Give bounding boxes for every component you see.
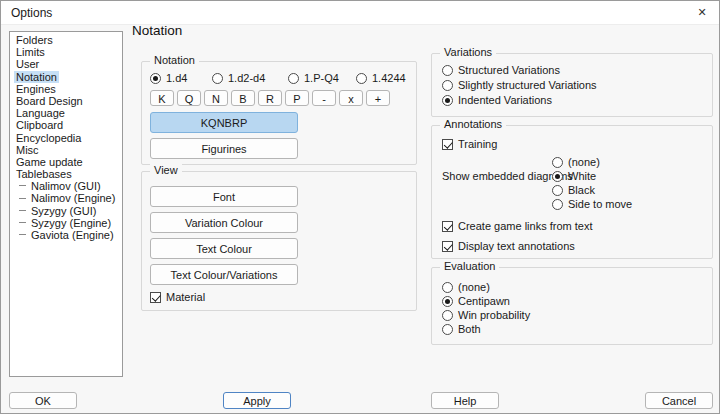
category-list[interactable]: Folders Limits User Notation Engines Boa… — [9, 31, 123, 377]
checkbox-icon[interactable] — [442, 221, 453, 232]
sidebar-item-tablebases[interactable]: Tablebases — [10, 168, 122, 180]
radio-icon[interactable] — [442, 80, 453, 91]
tree-line — [19, 210, 26, 211]
radio-icon[interactable] — [442, 282, 453, 293]
apply-button[interactable]: Apply — [223, 392, 291, 409]
cancel-button[interactable]: Cancel — [645, 392, 713, 409]
font-button[interactable]: Font — [150, 186, 298, 207]
radio-icon[interactable] — [288, 73, 299, 84]
window-title: Options — [1, 6, 52, 20]
radio-label: 1.P-Q4 — [304, 72, 339, 84]
pawn-letter-button[interactable]: P — [285, 90, 309, 106]
queen-letter-button[interactable]: Q — [177, 90, 201, 106]
help-button[interactable]: Help — [431, 392, 499, 409]
radio-notation-coordinates[interactable]: 1.4244 — [356, 72, 406, 84]
checkbox-icon[interactable] — [150, 292, 161, 303]
radio-label: Slightly structured Variations — [458, 79, 597, 91]
radio-diagram-black[interactable]: Black — [552, 184, 595, 196]
figurines-button[interactable]: Figurines — [150, 138, 298, 159]
capture-symbol-button[interactable]: x — [339, 90, 363, 106]
check-symbol-button[interactable]: + — [366, 90, 390, 106]
sidebar-item-label: Game update — [14, 156, 85, 168]
radio-icon[interactable] — [212, 73, 223, 84]
group-title: Annotations — [440, 118, 506, 130]
radio-diagram-white[interactable]: White — [552, 170, 596, 182]
radio-icon[interactable] — [552, 185, 563, 196]
sidebar-item-engines[interactable]: Engines — [10, 83, 122, 95]
sidebar-item-clipboard[interactable]: Clipboard — [10, 119, 122, 131]
radio-notation-short[interactable]: 1.d4 — [150, 72, 187, 84]
radio-indented-variations[interactable]: Indented Variations — [442, 94, 552, 106]
display-text-annotations-checkbox[interactable]: Display text annotations — [442, 240, 575, 252]
sidebar-item-folders[interactable]: Folders — [10, 34, 122, 46]
radio-icon[interactable] — [442, 310, 453, 321]
checkbox-icon[interactable] — [442, 139, 453, 150]
radio-icon[interactable] — [442, 296, 453, 307]
radio-icon[interactable] — [552, 157, 563, 168]
tree-line — [19, 222, 26, 223]
group-title: Variations — [440, 46, 496, 58]
figurine-set-button[interactable]: KQNBRP — [150, 112, 298, 133]
sidebar-item-gaviota-engine[interactable]: Gaviota (Engine) — [10, 229, 122, 241]
radio-label: 1.d2-d4 — [228, 72, 265, 84]
sidebar-item-encyclopedia[interactable]: Encyclopedia — [10, 132, 122, 144]
ok-button[interactable]: OK — [9, 392, 77, 409]
group-title: Evaluation — [440, 260, 499, 272]
sidebar-item-limits[interactable]: Limits — [10, 46, 122, 58]
radio-eval-both[interactable]: Both — [442, 323, 481, 335]
radio-icon[interactable] — [442, 324, 453, 335]
knight-letter-button[interactable]: N — [204, 90, 228, 106]
radio-slightly-structured-variations[interactable]: Slightly structured Variations — [442, 79, 597, 91]
sidebar-item-label: Engines — [14, 83, 58, 95]
radio-diagram-side-to-move[interactable]: Side to move — [552, 198, 632, 210]
create-game-links-checkbox[interactable]: Create game links from text — [442, 220, 593, 232]
radio-eval-centipawn[interactable]: Centipawn — [442, 295, 510, 307]
sidebar-item-nalimov-gui[interactable]: Nalimov (GUI) — [10, 180, 122, 192]
sidebar-item-user[interactable]: User — [10, 58, 122, 70]
radio-eval-win-probability[interactable]: Win probability — [442, 309, 530, 321]
sidebar-item-nalimov-engine[interactable]: Nalimov (Engine) — [10, 192, 122, 204]
close-icon[interactable]: ✕ — [685, 1, 719, 25]
radio-eval-none[interactable]: (none) — [442, 281, 490, 293]
radio-icon[interactable] — [552, 199, 563, 210]
sidebar-item-label: Nalimov (GUI) — [29, 180, 103, 192]
checkbox-icon[interactable] — [442, 241, 453, 252]
bishop-letter-button[interactable]: B — [231, 90, 255, 106]
material-checkbox[interactable]: Material — [150, 291, 205, 303]
radio-icon[interactable] — [150, 73, 161, 84]
sidebar-item-notation[interactable]: Notation — [10, 71, 122, 83]
text-colour-button[interactable]: Text Colour — [150, 238, 298, 259]
piece-letter-buttons: K Q N B R P - x + — [150, 90, 390, 106]
sidebar-item-language[interactable]: Language — [10, 107, 122, 119]
tree-line — [19, 185, 26, 186]
radio-label: Black — [568, 184, 595, 196]
radio-notation-descriptive[interactable]: 1.P-Q4 — [288, 72, 339, 84]
text-colour-variations-button[interactable]: Text Colour/Variations — [150, 264, 298, 285]
variation-colour-button[interactable]: Variation Colour — [150, 212, 298, 233]
sidebar-item-label: Nalimov (Engine) — [29, 192, 117, 204]
rook-letter-button[interactable]: R — [258, 90, 282, 106]
annotations-group: Annotations Training Show embedded diagr… — [431, 125, 713, 259]
sidebar-item-board-design[interactable]: Board Design — [10, 95, 122, 107]
sidebar-item-syzygy-engine[interactable]: Syzygy (Engine) — [10, 217, 122, 229]
evaluation-group: Evaluation (none) Centipawn Win probabil… — [431, 267, 713, 345]
radio-icon[interactable] — [442, 65, 453, 76]
king-letter-button[interactable]: K — [150, 90, 174, 106]
radio-icon[interactable] — [552, 171, 563, 182]
notation-group: Notation 1.d4 1.d2-d4 1.P-Q4 1.4244 K Q … — [141, 61, 417, 165]
checkbox-label: Create game links from text — [458, 220, 593, 232]
radio-diagram-none[interactable]: (none) — [552, 156, 600, 168]
sidebar-item-label: Tablebases — [14, 168, 74, 180]
dash-symbol-button[interactable]: - — [312, 90, 336, 106]
sidebar-item-label: Gaviota (Engine) — [29, 229, 116, 241]
radio-structured-variations[interactable]: Structured Variations — [442, 64, 560, 76]
sidebar-item-misc[interactable]: Misc — [10, 144, 122, 156]
training-checkbox[interactable]: Training — [442, 138, 497, 150]
sidebar-item-syzygy-gui[interactable]: Syzygy (GUI) — [10, 205, 122, 217]
radio-label: Centipawn — [458, 295, 510, 307]
radio-icon[interactable] — [356, 73, 367, 84]
radio-notation-long[interactable]: 1.d2-d4 — [212, 72, 265, 84]
radio-icon[interactable] — [442, 95, 453, 106]
tree-line — [19, 234, 26, 235]
sidebar-item-game-update[interactable]: Game update — [10, 156, 122, 168]
